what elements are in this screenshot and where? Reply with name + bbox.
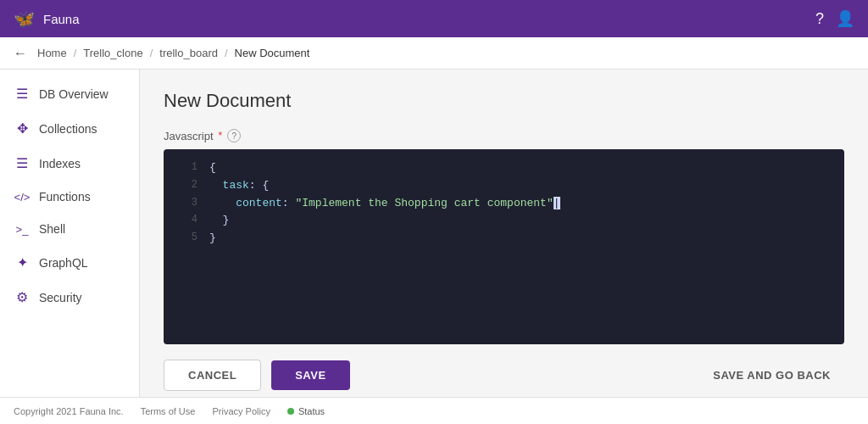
main-content: New Document Javascript * ? 1 { 2 task: … [140,70,868,397]
sidebar-label-security: Security [39,291,82,304]
terms-link[interactable]: Terms of Use [141,406,196,416]
security-icon: ⚙ [14,289,31,305]
sidebar-item-security[interactable]: ⚙ Security [0,280,139,315]
sidebar: ☰ DB Overview ✥ Collections ☰ Indexes </… [0,70,140,397]
shell-icon: >_ [14,223,31,236]
graphql-icon: ✦ [14,254,31,271]
sidebar-item-functions[interactable]: </> Functions [0,181,139,213]
action-bar: CANCEL SAVE SAVE AND GO BACK [164,360,844,391]
status-label: Status [298,406,325,416]
cancel-button[interactable]: CANCEL [164,360,261,391]
app-title: Fauna [43,12,80,26]
field-label-text: Javascript [164,130,214,142]
help-icon[interactable]: ? [815,10,824,28]
line-number: 1 [174,159,198,176]
privacy-link[interactable]: Privacy Policy [212,406,270,416]
sidebar-item-db-overview[interactable]: ☰ DB Overview [0,76,139,111]
sidebar-item-shell[interactable]: >_ Shell [0,213,139,245]
code-line-1: 1 { [164,159,844,177]
code-editor[interactable]: 1 { 2 task: { 3 content: "Implement the … [164,149,844,344]
sidebar-label-functions: Functions [39,190,91,204]
copyright-text: Copyright 2021 Fauna Inc. [14,406,124,416]
line-number: 3 [174,195,198,211]
help-tooltip-icon[interactable]: ? [227,129,241,142]
breadcrumb: ← Home / Trello_clone / trello_board / N… [0,37,868,70]
code-line-4: 4 } [164,212,844,230]
code-line-5: 5 } [164,230,844,248]
collections-icon: ✥ [14,120,31,137]
indexes-icon: ☰ [14,155,31,171]
breadcrumb-home[interactable]: Home [37,47,67,59]
status-dot-icon [287,408,294,415]
code-line-3: 3 content: "Implement the Shopping cart … [164,195,844,213]
navbar-right: ? 👤 [815,9,854,28]
sidebar-label-indexes: Indexes [39,157,81,170]
line-number: 4 [174,212,198,228]
fauna-logo-icon: 🦋 [14,8,35,29]
sidebar-item-graphql[interactable]: ✦ GraphQL [0,245,139,280]
sidebar-item-indexes[interactable]: ☰ Indexes [0,146,139,181]
main-layout: ☰ DB Overview ✥ Collections ☰ Indexes </… [0,70,868,397]
required-marker: * [219,130,223,142]
navbar: 🦋 Fauna ? 👤 [0,0,868,37]
breadcrumb-trello-board[interactable]: trello_board [159,47,218,59]
sidebar-label-collections: Collections [39,122,97,136]
functions-icon: </> [14,191,31,204]
line-number: 5 [174,230,198,246]
navbar-left: 🦋 Fauna [14,8,80,29]
db-overview-icon: ☰ [14,86,31,102]
breadcrumb-current: New Document [235,47,310,59]
sidebar-label-shell: Shell [39,222,65,236]
status-indicator: Status [287,406,325,416]
sidebar-item-collections[interactable]: ✥ Collections [0,111,139,146]
breadcrumb-trello-clone[interactable]: Trello_clone [83,47,142,59]
user-icon[interactable]: 👤 [836,9,854,28]
code-line-2: 2 task: { [164,177,844,195]
save-button[interactable]: SAVE [271,360,349,390]
sidebar-label-db-overview: DB Overview [39,87,108,101]
page-title: New Document [164,90,844,112]
back-button[interactable]: ← [14,46,27,61]
sidebar-label-graphql: GraphQL [39,256,88,270]
save-and-go-back-button[interactable]: SAVE AND GO BACK [699,360,844,390]
line-number: 2 [174,177,198,193]
footer: Copyright 2021 Fauna Inc. Terms of Use P… [0,397,868,424]
field-label: Javascript * ? [164,129,844,142]
